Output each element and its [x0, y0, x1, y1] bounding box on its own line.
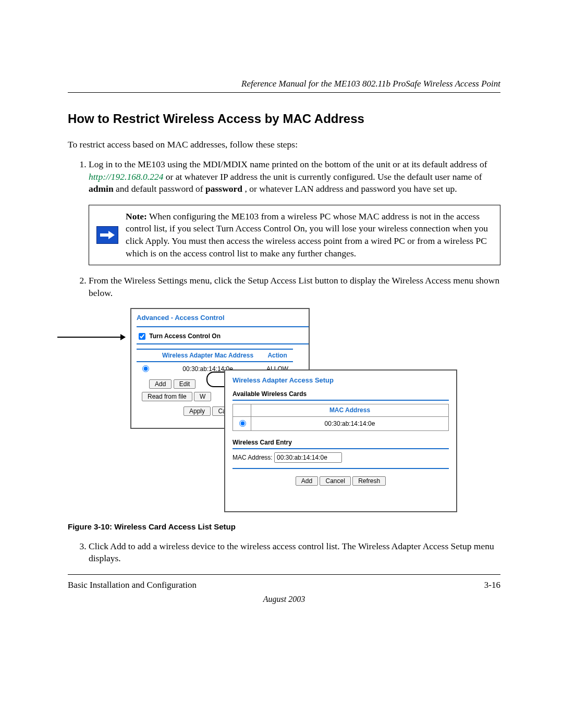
- divider: [137, 343, 309, 344]
- step1-part-b: or at whatever IP address the unit is cu…: [166, 171, 482, 182]
- write-button[interactable]: W: [194, 392, 211, 401]
- mac-entry-row: MAC Address:: [232, 452, 449, 463]
- col-select: [137, 349, 154, 362]
- mac-address-input[interactable]: [274, 452, 342, 463]
- step-1: Log in to the ME103 using the MDI/MDIX n…: [89, 158, 500, 265]
- adapter-access-setup-panel: Wireless Adapter Access Setup Available …: [224, 369, 457, 512]
- svg-marker-1: [108, 231, 115, 239]
- table-row: 00:30:ab:14:14:0e: [233, 416, 449, 430]
- step-list: Log in to the ME103 using the MDI/MDIX n…: [68, 158, 500, 300]
- card-mac-value: 00:30:ab:14:14:0e: [251, 416, 449, 430]
- note-body: When configuring the ME103 from a wirele…: [126, 211, 488, 258]
- mac-entry-label: MAC Address:: [232, 454, 273, 461]
- divider: [232, 448, 449, 449]
- footer-date: August 2003: [68, 594, 500, 605]
- figure-caption: Figure 3-10: Wireless Card Access List S…: [68, 522, 500, 532]
- step-list-cont: Click Add to add a wireless device to th…: [68, 540, 500, 565]
- cancel-button[interactable]: Cancel: [320, 476, 350, 486]
- note-icon-cell: [89, 205, 126, 265]
- divider: [137, 326, 309, 327]
- edit-button[interactable]: Edit: [174, 379, 196, 389]
- default-ip-link[interactable]: http://192.168.0.224: [89, 171, 163, 182]
- add-button[interactable]: Add: [296, 476, 318, 486]
- panel2-title: Wireless Adapter Access Setup: [232, 376, 449, 385]
- intro-text: To restrict access based on MAC addresse…: [68, 139, 500, 151]
- page: Reference Manual for the ME103 802.11b P…: [0, 0, 563, 728]
- panel1-title: Advanced - Access Control: [137, 313, 309, 323]
- checkbox-label: Turn Access Control On: [149, 332, 221, 340]
- available-cards-table: MAC Address 00:30:ab:14:14:0e: [232, 404, 449, 430]
- callout-arrow-icon: [57, 337, 125, 338]
- col-action-header: Action: [262, 349, 293, 362]
- add-button[interactable]: Add: [149, 379, 172, 389]
- step-2: From the Wireless Settings menu, click t…: [89, 275, 500, 299]
- step1-part-c: and default password of: [116, 183, 205, 194]
- figure-3-10: Advanced - Access Control Turn Access Co…: [68, 308, 500, 516]
- step1-part-d: , or whatever LAN address and password y…: [244, 183, 457, 194]
- arrow-right-icon: [96, 226, 118, 244]
- col-mac-header: MAC Address: [251, 404, 449, 416]
- page-footer: Basic Installation and Configuration 3-1…: [68, 579, 500, 591]
- divider: [232, 400, 449, 401]
- col-select: [233, 404, 251, 416]
- note-label: Note:: [126, 211, 147, 221]
- step-3: Click Add to add a wireless device to th…: [89, 540, 500, 565]
- note-box: Note: When configuring the ME103 from a …: [89, 205, 500, 266]
- default-password: password: [205, 183, 242, 194]
- apply-button[interactable]: Apply: [183, 406, 211, 416]
- card-select-radio[interactable]: [239, 420, 246, 427]
- available-cards-header: Available Wireless Cards: [232, 390, 449, 398]
- page-number: 3-16: [484, 579, 500, 591]
- running-header: Reference Manual for the ME103 802.11b P…: [68, 78, 500, 93]
- note-text: Note: When configuring the ME103 from a …: [126, 205, 500, 265]
- turn-access-control-on-checkbox[interactable]: [139, 333, 145, 340]
- refresh-button[interactable]: Refresh: [352, 476, 386, 486]
- read-from-file-button[interactable]: Read from file: [142, 392, 192, 401]
- footer-rule: [68, 574, 500, 575]
- card-entry-header: Wireless Card Entry: [232, 438, 449, 447]
- row-select-radio[interactable]: [142, 365, 149, 372]
- footer-section: Basic Installation and Configuration: [68, 579, 197, 591]
- svg-rect-0: [100, 233, 108, 237]
- section-title: How to Restrict Wireless Access by MAC A…: [68, 110, 500, 127]
- divider: [232, 468, 449, 469]
- col-mac-header: Wireless Adapter Mac Address: [154, 349, 262, 362]
- step1-part-a: Log in to the ME103 using the MDI/MDIX n…: [89, 159, 487, 169]
- default-username: admin: [89, 183, 114, 194]
